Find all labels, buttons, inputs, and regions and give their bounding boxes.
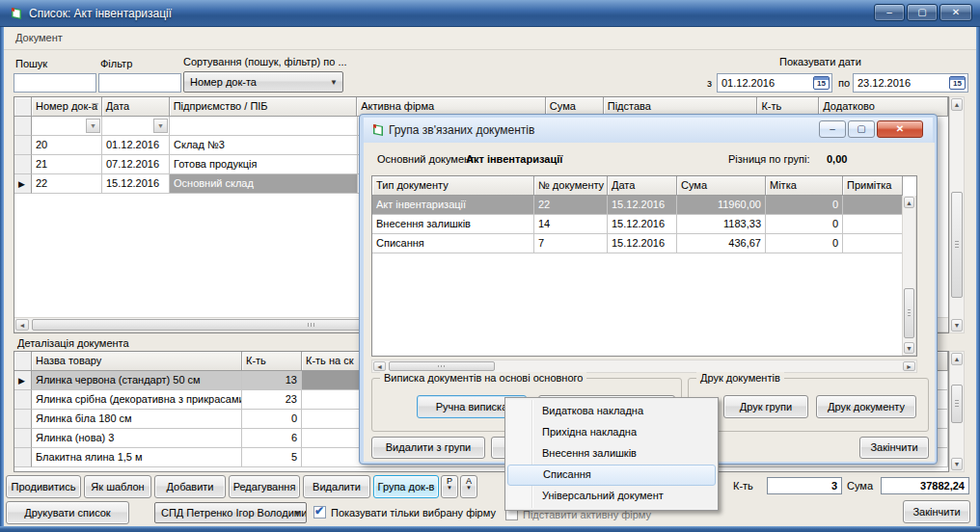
filter-cell-date[interactable]: ▼ — [102, 117, 170, 136]
show-dates-label: Показувати дати — [779, 56, 861, 67]
col-header-company[interactable]: Підприємство / ПІБ — [170, 97, 358, 117]
scroll-down-icon[interactable]: ▼ — [904, 342, 914, 354]
chevron-down-icon[interactable]: ▼ — [86, 119, 100, 133]
sort-p-button[interactable]: Р▼ — [441, 475, 458, 498]
chevron-down-icon[interactable]: ▼ — [153, 119, 168, 133]
window-border-bottom — [0, 526, 980, 532]
finish-button[interactable]: Закінчити — [903, 500, 970, 523]
sort-icon: ▽ — [92, 101, 98, 111]
dialog-finish-button[interactable]: Закінчити — [859, 437, 929, 459]
app-icon — [9, 6, 24, 21]
print-list-button[interactable]: Друкувати список — [6, 501, 129, 524]
search-label: Пошук — [15, 58, 47, 69]
scrollbar-thumb[interactable] — [951, 192, 963, 298]
scrollbar-thumb[interactable] — [904, 288, 914, 338]
scroll-up-icon[interactable]: ▲ — [951, 353, 963, 365]
row-pointer-icon: ▶ — [18, 376, 25, 386]
delete-button[interactable]: Видалити — [303, 475, 370, 498]
close-icon[interactable]: ✕ — [877, 120, 923, 138]
date-from-label: з — [707, 77, 712, 89]
sort-label: Сортування (пошук, фільтр) по ... — [183, 56, 347, 67]
group-diff-label: Різниця по групі: — [728, 153, 809, 165]
col-header-mark[interactable]: Мітка — [766, 176, 843, 196]
scroll-right-icon[interactable]: ► — [903, 361, 915, 371]
col-header-qty[interactable]: К-ть — [242, 352, 302, 371]
detail-vscrollbar[interactable]: ▲ ▼ — [949, 351, 965, 472]
chevron-down-icon: ▼ — [461, 483, 476, 492]
main-titlebar[interactable]: Список: Акт інвентаризації – ▢ ✕ — [0, 0, 980, 27]
menu-item-prykhidna[interactable]: Прихідна накладна — [507, 422, 716, 443]
sum-total-label: Сума — [847, 480, 873, 492]
col-header-date[interactable]: Дата — [608, 176, 677, 196]
table-row[interactable]: Внесення залишків 14 15.12.2016 1183,33 … — [372, 215, 916, 234]
sort-combobox[interactable]: Номер док-та ▼ — [183, 71, 343, 93]
dialog-title: Група зв'язаних документів — [389, 123, 534, 137]
menu-item-vnesennia[interactable]: Внесення залишків — [507, 443, 716, 465]
print-group-button[interactable]: Друк групи — [723, 395, 808, 418]
edit-button[interactable]: Редагування — [229, 475, 300, 498]
calendar-icon[interactable]: 15 — [813, 76, 830, 90]
linked-docs-grid: Тип документу № документу Дата Сума Мітк… — [371, 175, 917, 357]
view-button[interactable]: Продивитись — [6, 475, 81, 498]
dialog-titlebar[interactable]: Група зв'язаних документів – ▢ ✕ — [364, 118, 933, 143]
print-groupbox-label: Друк документів — [696, 372, 784, 384]
calendar-icon[interactable]: 15 — [949, 76, 966, 90]
table-row-selected[interactable]: Акт інвентаризації 22 15.12.2016 11960,0… — [372, 196, 916, 215]
add-button[interactable]: Добавити — [154, 475, 226, 498]
scroll-left-icon[interactable]: ◄ — [15, 319, 29, 331]
close-icon[interactable]: ✕ — [939, 4, 972, 21]
filter-cell-number[interactable]: ▼ — [32, 117, 102, 136]
chevron-down-icon: ▼ — [293, 509, 301, 518]
scroll-down-icon[interactable]: ▼ — [951, 319, 963, 332]
firm-combobox[interactable]: СПД Петренко Ігор Володими ▼ — [154, 502, 307, 523]
col-header-date[interactable]: Дата — [102, 97, 170, 117]
menu-item-universalnyi[interactable]: Універсальний документ — [507, 486, 716, 507]
documents-vscrollbar[interactable]: ▲ ▼ — [949, 96, 965, 333]
menu-item-vydatkova[interactable]: Видаткова накладна — [507, 401, 716, 422]
linked-docs-grid-header: Тип документу № документу Дата Сума Мітк… — [372, 176, 916, 196]
remove-from-group-button[interactable]: Видалити з групи — [371, 437, 485, 459]
maximize-icon[interactable]: ▢ — [907, 4, 938, 21]
scrollbar-thumb[interactable] — [951, 385, 963, 423]
menubar: Документ — [4, 27, 976, 50]
check-icon: ✔ — [314, 504, 324, 518]
col-header-product[interactable]: Назва товару — [32, 352, 242, 371]
maximize-icon[interactable]: ▢ — [848, 120, 875, 138]
col-header-number[interactable]: № документу — [534, 176, 608, 196]
row-pointer-icon: ▶ — [18, 179, 25, 189]
menu-item-spysannia[interactable]: Списання — [507, 465, 716, 486]
chevron-down-icon: ▼ — [330, 78, 338, 87]
dialog-icon — [370, 122, 386, 138]
dialog-grid-hscrollbar[interactable]: ◄ ► — [371, 359, 917, 373]
scroll-up-icon[interactable]: ▲ — [904, 197, 914, 208]
minimize-icon[interactable]: – — [819, 120, 846, 138]
search-input[interactable] — [14, 73, 96, 93]
date-to-field[interactable]: 23.12.2016 15 — [853, 73, 968, 93]
menu-document[interactable]: Документ — [15, 32, 63, 43]
table-row[interactable]: Списання 7 15.12.2016 436,67 0 — [372, 234, 916, 253]
scroll-down-icon[interactable]: ▼ — [951, 458, 963, 470]
minimize-icon[interactable]: – — [874, 4, 905, 21]
date-to-label: по — [838, 77, 850, 89]
main-doc-value: Акт інвентаризації — [466, 153, 562, 165]
window-border-left — [0, 27, 4, 532]
group-docs-button[interactable]: Група док-в — [373, 475, 439, 498]
scroll-up-icon[interactable]: ▲ — [951, 98, 963, 111]
scrollbar-thumb[interactable] — [389, 361, 495, 371]
col-header-number[interactable]: Номер док-а▽ — [32, 97, 102, 117]
col-header-note[interactable]: Примітка — [843, 176, 903, 196]
filter-cell-company[interactable] — [170, 117, 358, 136]
col-header-sum[interactable]: Сума — [677, 176, 766, 196]
document-type-context-menu: Видаткова накладна Прихідна накладна Вне… — [504, 397, 719, 511]
show-firm-only-checkbox[interactable]: ✔ — [313, 506, 326, 519]
scroll-left-icon[interactable]: ◄ — [373, 361, 386, 371]
sort-a-button[interactable]: А▼ — [460, 475, 477, 498]
dialog-grid-vscrollbar[interactable]: ▲ ▼ — [902, 196, 916, 356]
as-template-button[interactable]: Як шаблон — [84, 475, 151, 498]
col-header-type[interactable]: Тип документу — [372, 176, 534, 196]
main-doc-label: Основний документ — [377, 153, 475, 165]
filter-input[interactable] — [98, 73, 181, 93]
date-from-field[interactable]: 01.12.2016 15 — [717, 73, 832, 93]
print-document-button[interactable]: Друк документу — [816, 395, 916, 418]
chevron-down-icon: ▼ — [442, 483, 457, 492]
